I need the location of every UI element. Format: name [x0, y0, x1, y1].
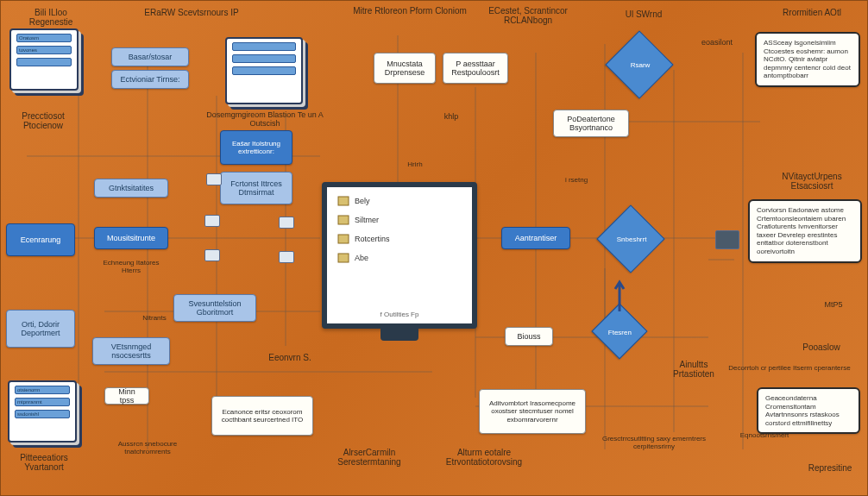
- device-icon: [204, 215, 220, 227]
- file-icon: [337, 253, 349, 263]
- header-6: Rrormitien AOtl: [777, 8, 846, 17]
- label-caption: Dosemgmgireom Blastion Te un A Outscish: [201, 111, 329, 129]
- monitor-footer: f Outilties Fp: [327, 311, 472, 318]
- label-iriscetng: i rsetng: [555, 177, 598, 185]
- label-ptteeeatiors: Pitteeeatiors Yvartanort: [4, 453, 84, 472]
- diamond-ftesren-text: Ftesren: [600, 329, 639, 336]
- node-card1: Basar/stosar: [111, 47, 189, 66]
- monitor-row-4: Abe: [337, 253, 472, 263]
- monitor-row-3: Rotcertins: [337, 234, 472, 244]
- svg-rect-18: [338, 197, 349, 205]
- diamond-snbeshmtrt: Snbeshrrt: [596, 204, 664, 273]
- label-represitine: Represitine: [798, 463, 862, 473]
- header-5: Ul SWrnd: [613, 9, 674, 19]
- node-fcrtonst: Fcrtonst Ittrces Dtmsirmat: [220, 172, 292, 204]
- node-aantrantier: Aantrantiser: [501, 227, 570, 249]
- header-3: Mitre Rtloreon Pform Cloniom: [349, 6, 470, 16]
- node-ecenrarung: Ecenrarung: [6, 223, 75, 256]
- label-decorrtoh: Decorrtoh cr pertilee Itserm cperanterse: [719, 365, 860, 373]
- monitor-row-1: Bely: [337, 196, 472, 206]
- node-svesuntom: Svesunttelstion Gboritmort: [173, 294, 256, 322]
- label-eeonvm: Eeonvrn S.: [260, 353, 320, 362]
- label-nvitayctorpens: NVitayctUrpens Etsacsiosrt: [769, 172, 855, 191]
- file-icon: [337, 234, 349, 244]
- node-biouss: Biouss: [505, 327, 553, 346]
- stack-a-row2: tovones: [16, 46, 72, 54]
- node-card2: Ectvioniar Tirnse:: [111, 70, 189, 89]
- device-icon: [279, 251, 294, 263]
- device-icon: [204, 249, 220, 261]
- card-stack-b: otsienorm mtpnranmt ssdonishl: [8, 380, 77, 443]
- node-mousitsitrunte: Mousitsitrunte: [94, 227, 168, 249]
- node-minni: Minn tpss: [104, 387, 149, 405]
- monitor-screen: Bely Siltmer Rotcertins Abe f Outilties …: [322, 182, 477, 329]
- node-aditvombtort: Aditvombtort Irasomecpome oxostser stecm…: [479, 389, 586, 434]
- diamond-rsarw-text: Rsarw: [616, 61, 664, 69]
- stack-b-row3: ssdonishl: [15, 410, 70, 418]
- label-eosilont: eoasilont: [691, 39, 743, 47]
- node-ecanonce: Ecanonce eritsr ceoxorom cocthbant seurc…: [211, 396, 313, 436]
- callout-1: ASSceay Isgonelsimiim Ctcoestes eoshemr:…: [755, 32, 860, 87]
- stack-b-row1: otsienorm: [15, 386, 70, 394]
- node-easar: Eaŝar Itolstrung extretticonr:: [220, 130, 292, 165]
- label-mtps: MtP5: [812, 301, 855, 310]
- server-icon: [715, 230, 739, 249]
- label-alturm: Alturm eotalre Etrvontatiotorovsing: [432, 448, 536, 467]
- monitor-row-1-text: Bely: [355, 197, 370, 205]
- diamond-snbeshmtrt-text: Snbeshrrt: [607, 235, 656, 243]
- monitor-row-2-text: Siltmer: [355, 216, 379, 224]
- monitor-row-3-text: Rotcertins: [355, 235, 390, 243]
- label-alrsercarmln: AlrserCarmiln Serestermtaning: [322, 448, 417, 467]
- node-orbi: Orti, Ddorir Deportmert: [6, 310, 75, 348]
- callout-3: Geaceondaterna Cromensltontam Avtartnnso…: [757, 387, 860, 434]
- svg-rect-21: [338, 254, 349, 262]
- monitor-row-4-text: Abe: [355, 254, 368, 262]
- label-gresctrrcsutltting: Gresctrrcsutltting saxy emerntrers cerpi…: [598, 436, 710, 451]
- label-ecpount: Echneung Itatores Hterrs: [94, 260, 168, 275]
- card-stack-c: [225, 37, 303, 104]
- node-podeatertone: PoDeatertone Bsyortnanco: [553, 110, 629, 137]
- monitor-stand: [381, 329, 418, 341]
- node-vetsirngs: VEtsnmged nsocsesrtts: [92, 337, 170, 365]
- node-paessttaar: P aessttaar Restpouloosrt: [443, 53, 508, 84]
- label-ausisnrcn: Aussrcn snebocure tnatchromrents: [104, 441, 191, 456]
- label-nitrants: Nitrants: [129, 315, 180, 323]
- label-pooaslow: Pooaslow: [791, 342, 852, 352]
- arrow-up-icon: [613, 277, 626, 311]
- header-2: ERaRW Scevtsrnours IP: [144, 8, 239, 17]
- label-ainultts: Ainultts Prtastioten: [664, 360, 724, 379]
- stack-b-row2: mtpnranmt: [15, 398, 70, 406]
- label-hrirh: Hrirh: [398, 161, 432, 169]
- node-gtnktsitatites: Gtnktsitatites: [94, 179, 168, 198]
- label-khlp: khlp: [434, 113, 469, 122]
- header-1: Bili ILloo Regenestie: [13, 8, 89, 27]
- svg-rect-19: [338, 216, 349, 224]
- node-mnucstata: Mnucstata Drprensese: [374, 53, 436, 84]
- diamond-rsarw: Rsarw: [605, 30, 673, 98]
- device-icon: [279, 217, 294, 229]
- stack-a-row1: Oratosm: [16, 34, 72, 42]
- callout-2: Corviorsn Eadonave astome Crtemtoonsleon…: [748, 199, 862, 263]
- card-stack-a: Oratosm tovones: [9, 28, 79, 91]
- diamond-ftesren: Ftesren: [591, 303, 647, 359]
- svg-rect-20: [338, 235, 349, 243]
- file-icon: [337, 196, 349, 206]
- device-icon: [206, 173, 222, 185]
- label-preccossot: Precctiosot Ptocienow: [6, 111, 80, 130]
- monitor-row-2: Siltmer: [337, 215, 472, 225]
- file-icon: [337, 215, 349, 225]
- header-4: ECestet, Scrantincor RCLANbogn: [481, 6, 576, 25]
